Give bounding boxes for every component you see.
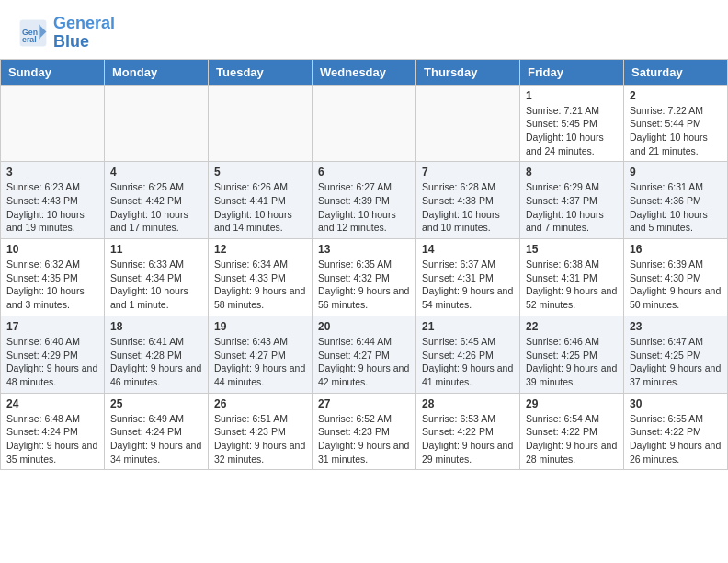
day-info: Sunrise: 7:21 AM Sunset: 5:45 PM Dayligh…	[526, 104, 618, 158]
day-number: 10	[6, 243, 98, 256]
page-header: Gen eral General Blue	[0, 0, 728, 59]
calendar-cell	[313, 85, 416, 162]
logo: Gen eral General Blue	[18, 15, 115, 52]
day-info: Sunrise: 6:28 AM Sunset: 4:38 PM Dayligh…	[422, 180, 514, 235]
day-number: 21	[422, 320, 514, 333]
calendar-cell: 16Sunrise: 6:39 AM Sunset: 4:30 PM Dayli…	[624, 239, 728, 316]
day-info: Sunrise: 6:27 AM Sunset: 4:39 PM Dayligh…	[318, 180, 410, 235]
day-info: Sunrise: 6:46 AM Sunset: 4:25 PM Dayligh…	[526, 335, 618, 389]
calendar-week-row: 24Sunrise: 6:48 AM Sunset: 4:24 PM Dayli…	[1, 393, 728, 470]
day-info: Sunrise: 6:49 AM Sunset: 4:24 PM Dayligh…	[110, 412, 202, 466]
day-number: 2	[630, 89, 722, 102]
calendar-cell: 11Sunrise: 6:33 AM Sunset: 4:34 PM Dayli…	[105, 239, 209, 316]
day-info: Sunrise: 6:25 AM Sunset: 4:42 PM Dayligh…	[110, 180, 202, 235]
day-number: 19	[214, 320, 306, 333]
day-number: 24	[6, 397, 98, 410]
day-of-week-header: Monday	[105, 59, 209, 85]
calendar-cell: 21Sunrise: 6:45 AM Sunset: 4:26 PM Dayli…	[416, 316, 520, 393]
calendar-cell: 28Sunrise: 6:53 AM Sunset: 4:22 PM Dayli…	[416, 393, 520, 470]
calendar-cell	[209, 85, 313, 162]
day-info: Sunrise: 6:40 AM Sunset: 4:29 PM Dayligh…	[6, 335, 98, 389]
day-info: Sunrise: 6:37 AM Sunset: 4:31 PM Dayligh…	[422, 258, 514, 312]
day-number: 7	[422, 166, 514, 178]
day-number: 30	[630, 397, 722, 410]
day-info: Sunrise: 6:43 AM Sunset: 4:27 PM Dayligh…	[214, 335, 306, 389]
calendar-cell	[416, 85, 520, 162]
calendar-cell: 26Sunrise: 6:51 AM Sunset: 4:23 PM Dayli…	[209, 393, 313, 470]
calendar-cell: 5Sunrise: 6:26 AM Sunset: 4:41 PM Daylig…	[209, 162, 313, 239]
day-info: Sunrise: 6:48 AM Sunset: 4:24 PM Dayligh…	[6, 412, 98, 466]
calendar-cell: 6Sunrise: 6:27 AM Sunset: 4:39 PM Daylig…	[313, 162, 416, 239]
day-number: 16	[630, 243, 722, 256]
day-number: 1	[526, 89, 618, 102]
day-info: Sunrise: 6:23 AM Sunset: 4:43 PM Dayligh…	[6, 180, 98, 235]
day-number: 18	[110, 320, 202, 333]
calendar-cell: 24Sunrise: 6:48 AM Sunset: 4:24 PM Dayli…	[1, 393, 105, 470]
day-of-week-header: Tuesday	[209, 59, 313, 85]
day-of-week-header: Thursday	[416, 59, 520, 85]
calendar-week-row: 10Sunrise: 6:32 AM Sunset: 4:35 PM Dayli…	[1, 239, 728, 316]
calendar-cell: 2Sunrise: 7:22 AM Sunset: 5:44 PM Daylig…	[624, 85, 728, 162]
calendar-cell: 15Sunrise: 6:38 AM Sunset: 4:31 PM Dayli…	[520, 239, 624, 316]
day-of-week-header: Saturday	[624, 59, 728, 85]
calendar-cell: 18Sunrise: 6:41 AM Sunset: 4:28 PM Dayli…	[105, 316, 209, 393]
calendar-cell: 23Sunrise: 6:47 AM Sunset: 4:25 PM Dayli…	[624, 316, 728, 393]
day-number: 9	[630, 166, 722, 178]
day-number: 13	[318, 243, 410, 256]
day-number: 4	[110, 166, 202, 178]
day-info: Sunrise: 6:34 AM Sunset: 4:33 PM Dayligh…	[214, 258, 306, 312]
day-info: Sunrise: 6:31 AM Sunset: 4:36 PM Dayligh…	[630, 180, 722, 235]
day-info: Sunrise: 6:38 AM Sunset: 4:31 PM Dayligh…	[526, 258, 618, 312]
day-number: 25	[110, 397, 202, 410]
day-number: 28	[422, 397, 514, 410]
day-number: 5	[214, 166, 306, 178]
calendar-cell	[105, 85, 209, 162]
day-info: Sunrise: 6:32 AM Sunset: 4:35 PM Dayligh…	[6, 258, 98, 312]
calendar-cell: 10Sunrise: 6:32 AM Sunset: 4:35 PM Dayli…	[1, 239, 105, 316]
calendar-week-row: 3Sunrise: 6:23 AM Sunset: 4:43 PM Daylig…	[1, 162, 728, 239]
calendar-cell: 4Sunrise: 6:25 AM Sunset: 4:42 PM Daylig…	[105, 162, 209, 239]
day-number: 29	[526, 397, 618, 410]
calendar-cell: 8Sunrise: 6:29 AM Sunset: 4:37 PM Daylig…	[520, 162, 624, 239]
day-info: Sunrise: 6:47 AM Sunset: 4:25 PM Dayligh…	[630, 335, 722, 389]
day-info: Sunrise: 6:39 AM Sunset: 4:30 PM Dayligh…	[630, 258, 722, 312]
day-info: Sunrise: 6:52 AM Sunset: 4:23 PM Dayligh…	[318, 412, 410, 466]
day-info: Sunrise: 6:53 AM Sunset: 4:22 PM Dayligh…	[422, 412, 514, 466]
day-of-week-header: Wednesday	[313, 59, 416, 85]
calendar-cell: 12Sunrise: 6:34 AM Sunset: 4:33 PM Dayli…	[209, 239, 313, 316]
day-info: Sunrise: 6:35 AM Sunset: 4:32 PM Dayligh…	[318, 258, 410, 312]
calendar-cell: 20Sunrise: 6:44 AM Sunset: 4:27 PM Dayli…	[313, 316, 416, 393]
day-info: Sunrise: 6:29 AM Sunset: 4:37 PM Dayligh…	[526, 180, 618, 235]
calendar-cell: 13Sunrise: 6:35 AM Sunset: 4:32 PM Dayli…	[313, 239, 416, 316]
day-number: 6	[318, 166, 410, 178]
day-number: 20	[318, 320, 410, 333]
calendar-cell: 29Sunrise: 6:54 AM Sunset: 4:22 PM Dayli…	[520, 393, 624, 470]
calendar-cell	[1, 85, 105, 162]
day-info: Sunrise: 6:44 AM Sunset: 4:27 PM Dayligh…	[318, 335, 410, 389]
day-info: Sunrise: 6:33 AM Sunset: 4:34 PM Dayligh…	[110, 258, 202, 312]
calendar-week-row: 1Sunrise: 7:21 AM Sunset: 5:45 PM Daylig…	[1, 85, 728, 162]
day-number: 11	[110, 243, 202, 256]
calendar-table: SundayMondayTuesdayWednesdayThursdayFrid…	[0, 59, 728, 471]
day-number: 12	[214, 243, 306, 256]
day-number: 3	[6, 166, 98, 178]
day-info: Sunrise: 6:55 AM Sunset: 4:22 PM Dayligh…	[630, 412, 722, 466]
calendar-cell: 22Sunrise: 6:46 AM Sunset: 4:25 PM Dayli…	[520, 316, 624, 393]
calendar-header-row: SundayMondayTuesdayWednesdayThursdayFrid…	[1, 59, 728, 85]
day-number: 23	[630, 320, 722, 333]
day-of-week-header: Friday	[520, 59, 624, 85]
calendar-cell: 14Sunrise: 6:37 AM Sunset: 4:31 PM Dayli…	[416, 239, 520, 316]
day-info: Sunrise: 7:22 AM Sunset: 5:44 PM Dayligh…	[630, 104, 722, 158]
day-number: 27	[318, 397, 410, 410]
day-number: 17	[6, 320, 98, 333]
day-number: 8	[526, 166, 618, 178]
calendar-cell: 17Sunrise: 6:40 AM Sunset: 4:29 PM Dayli…	[1, 316, 105, 393]
calendar-cell: 9Sunrise: 6:31 AM Sunset: 4:36 PM Daylig…	[624, 162, 728, 239]
day-info: Sunrise: 6:51 AM Sunset: 4:23 PM Dayligh…	[214, 412, 306, 466]
logo-text: General Blue	[53, 15, 115, 52]
day-number: 26	[214, 397, 306, 410]
day-info: Sunrise: 6:26 AM Sunset: 4:41 PM Dayligh…	[214, 180, 306, 235]
day-info: Sunrise: 6:41 AM Sunset: 4:28 PM Dayligh…	[110, 335, 202, 389]
calendar-cell: 3Sunrise: 6:23 AM Sunset: 4:43 PM Daylig…	[1, 162, 105, 239]
calendar-week-row: 17Sunrise: 6:40 AM Sunset: 4:29 PM Dayli…	[1, 316, 728, 393]
